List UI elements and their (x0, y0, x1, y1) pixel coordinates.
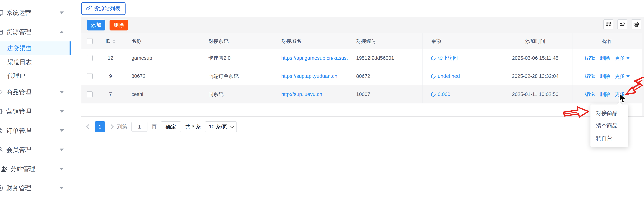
add-button[interactable]: 添加 (87, 20, 105, 31)
print-icon[interactable] (631, 19, 641, 30)
delete-link[interactable]: 删除 (600, 55, 610, 62)
sidebar-item-label: 货源管理 (6, 28, 60, 36)
sidebar-item-system-ops[interactable]: 系统运营 (0, 3, 71, 22)
sidebar-subitem-purchase-channel[interactable]: 进货渠道 (0, 42, 71, 55)
confirm-button[interactable]: 确定 (161, 121, 181, 132)
sidebar-item-label: 会员管理 (6, 146, 60, 154)
sidebar-item-label: 财务管理 (6, 184, 60, 192)
chevron-down-icon (60, 110, 64, 113)
page-number-button[interactable]: 1 (94, 121, 105, 132)
menu-item-link-goods[interactable]: 对接商品 (590, 107, 628, 119)
cell-system: 雨端订单系统 (200, 67, 273, 85)
caret-down-icon[interactable] (626, 75, 630, 77)
monitor-icon (0, 9, 4, 16)
columns-icon[interactable] (603, 19, 614, 30)
sidebar-item-label: 订单管理 (6, 126, 60, 135)
edit-link[interactable]: 编辑 (585, 91, 595, 98)
member-icon (0, 146, 4, 153)
chevron-down-icon (60, 129, 64, 132)
row-checkbox[interactable] (86, 73, 93, 79)
menu-item-clear-goods[interactable]: 清空商品 (590, 119, 628, 132)
chevron-down-icon (60, 91, 64, 94)
sidebar-item-marketing-mgmt[interactable]: 营销管理 (0, 102, 71, 121)
chevron-down-icon (60, 12, 64, 14)
goods-icon (0, 89, 4, 96)
box-icon (0, 28, 4, 35)
sidebar-subitem-channel-log[interactable]: 渠道日志 (0, 55, 71, 69)
refresh-icon[interactable] (430, 55, 436, 61)
chevron-down-icon (230, 125, 234, 128)
cell-time: 2025-02-28 13:32:04 (498, 67, 573, 85)
sidebar-item-member-mgmt[interactable]: 会员管理 (0, 140, 71, 159)
sidebar: 系统运营 货源管理 进货渠道 渠道日志 代理IP 商品管理 营销管理 订单 (0, 0, 71, 202)
more-link[interactable]: 更多 (615, 55, 625, 62)
total-count-label: 共 3 条 (185, 123, 201, 130)
tab-supply-site-list[interactable]: 货源站列表 (81, 2, 126, 15)
sidebar-item-order-mgmt[interactable]: 订单管理 (0, 121, 71, 140)
sidebar-item-subsite-mgmt[interactable]: 分站管理 (0, 159, 71, 178)
edit-link[interactable]: 编辑 (585, 55, 595, 62)
more-link[interactable]: 更多 (615, 73, 625, 80)
megaphone-icon (0, 108, 4, 115)
balance-link[interactable]: undefined (438, 73, 460, 79)
chevron-up-icon (60, 31, 64, 33)
page-size-label: 10 条/页 (209, 123, 227, 130)
header-id[interactable]: ID (98, 34, 123, 49)
sidebar-item-label: 商品管理 (6, 88, 60, 97)
chevron-down-icon (60, 148, 64, 151)
chevron-down-icon (60, 168, 64, 170)
table-header-row: ID 名称 对接系统 对接域名 对接编号 余额 添加时间 操作 (81, 34, 642, 49)
row-checkbox[interactable] (86, 91, 93, 97)
chevron-left-icon[interactable] (86, 124, 91, 129)
pagination: 1 到第 页 确定 共 3 条 10 条/页 (87, 121, 237, 132)
more-dropdown-menu: 对接商品 清空商品 转自营 (590, 104, 628, 147)
goto-page-input[interactable] (132, 122, 148, 132)
delete-link[interactable]: 删除 (600, 73, 610, 80)
domain-link[interactable]: https://sup.api.yuduan.cn (281, 73, 337, 79)
balance-link[interactable]: 0.000 (438, 91, 450, 97)
cell-time: 2025-01-11 10:02:50 (498, 85, 573, 103)
header-balance: 余额 (423, 34, 498, 49)
header-name: 名称 (123, 34, 200, 49)
domain-link[interactable]: http://sup.lueyu.cn (281, 91, 322, 97)
select-all-checkbox[interactable] (86, 38, 93, 44)
sidebar-subitem-proxy-ip[interactable]: 代理IP (0, 69, 71, 83)
table-container: ID 名称 对接系统 对接域名 对接编号 余额 添加时间 操作 12 games… (81, 34, 642, 116)
sidebar-item-label: 分站管理 (10, 165, 60, 173)
sidebar-item-label: 系统运营 (6, 9, 60, 17)
delete-link[interactable]: 删除 (600, 91, 610, 98)
cell-name: ceshi (123, 85, 200, 103)
chevron-down-icon (60, 187, 64, 189)
edit-link[interactable]: 编辑 (585, 73, 595, 80)
chevron-right-icon[interactable] (109, 124, 114, 129)
sidebar-item-finance-mgmt[interactable]: 财务管理 (0, 178, 71, 198)
caret-down-icon[interactable] (626, 57, 630, 59)
content-panel: 添加 删除 (81, 18, 644, 117)
sidebar-subitem-label: 渠道日志 (7, 58, 32, 66)
cell-time: 2025-03-06 15:11:45 (498, 49, 573, 67)
refresh-icon[interactable] (430, 73, 436, 79)
sort-arrows-icon[interactable] (113, 39, 116, 43)
row-checkbox[interactable] (86, 55, 93, 61)
cell-number: 80672 (348, 67, 423, 85)
delete-button[interactable]: 删除 (110, 20, 128, 31)
goto-prefix-label: 到第 (117, 123, 127, 130)
table-row: 7 ceshi 同系统 http://sup.lueyu.cn 10007 0.… (81, 85, 642, 103)
domain-link[interactable]: https://api.gamesup.cn/kasus... (281, 55, 348, 61)
refresh-icon[interactable] (430, 91, 436, 98)
page-size-select[interactable]: 10 条/页 (205, 121, 237, 132)
export-icon[interactable] (617, 19, 627, 30)
caret-down-icon[interactable] (626, 93, 630, 95)
balance-link[interactable]: 禁止访问 (438, 55, 458, 62)
orders-icon (0, 127, 4, 134)
cell-name: gamesup (123, 49, 200, 67)
more-link[interactable]: 更多 (615, 91, 625, 98)
goto-suffix-label: 页 (152, 123, 157, 130)
menu-item-to-self-operated[interactable]: 转自营 (590, 132, 628, 144)
sidebar-item-goods-mgmt[interactable]: 商品管理 (0, 83, 71, 102)
sidebar-item-label: 营销管理 (6, 107, 60, 116)
cell-system: 同系统 (200, 85, 273, 103)
header-number: 对接编号 (348, 34, 423, 49)
sidebar-item-supply-mgmt[interactable]: 货源管理 (0, 22, 71, 42)
cell-system: 卡速售2.0 (200, 49, 273, 67)
